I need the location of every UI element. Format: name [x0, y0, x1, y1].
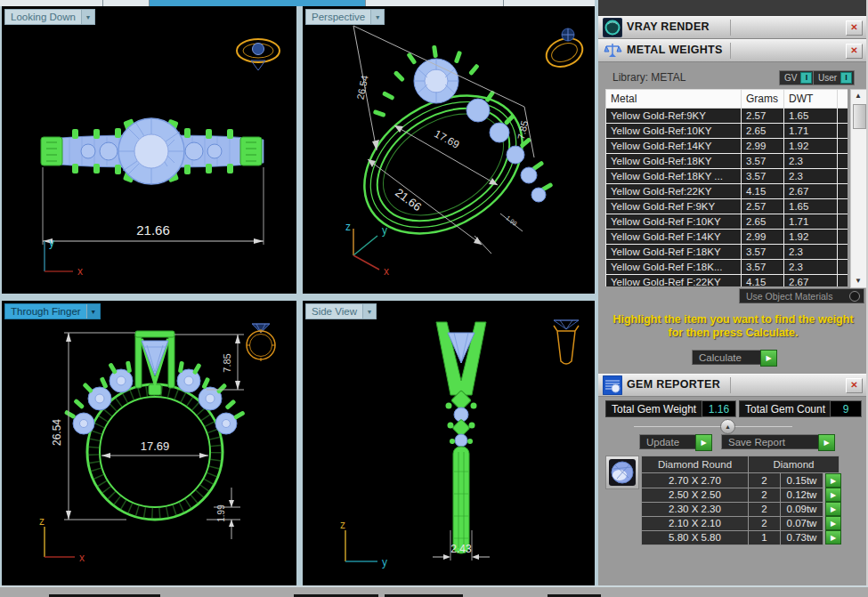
- table-cell: 2: [749, 473, 781, 488]
- dim-width: 2.43: [450, 543, 472, 555]
- row-action-cell: ▶: [823, 473, 840, 488]
- table-row[interactable]: Yellow Gold-Ref F:22KY4.152.67: [606, 275, 848, 287]
- table-row[interactable]: Yellow Gold-Ref F:14KY2.991.92: [606, 230, 848, 245]
- table-cell: 2.50 X 2.50: [642, 488, 749, 502]
- table-cell: Yellow Gold-Ref F:22KY: [606, 275, 742, 287]
- table-cell: 2.70 X 2.70: [642, 473, 749, 488]
- update-run-icon[interactable]: ▶: [695, 434, 712, 451]
- axis-y-label: y: [382, 224, 387, 237]
- table-row[interactable]: Yellow Gold-Ref:22KY4.152.67: [606, 184, 848, 199]
- table-row[interactable]: Yellow Gold-Ref:10KY2.651.71: [606, 124, 848, 139]
- table-cell-spacer: [838, 260, 848, 275]
- metal-table-container[interactable]: Metal Grams DWT Yellow Gold-Ref:9KY2.571…: [605, 89, 848, 286]
- gem-slider-handle[interactable]: ▲: [720, 419, 735, 434]
- table-row[interactable]: 5.80 X 5.8010.73tw▶: [642, 530, 840, 545]
- table-cell: Yellow Gold-Ref:22KY: [606, 184, 742, 199]
- viewport-perspective[interactable]: Perspective ▼: [303, 6, 595, 294]
- table-row[interactable]: Yellow Gold-Ref F:18KY3.572.3: [606, 245, 848, 260]
- total-gem-count-value: 9: [830, 400, 862, 417]
- table-cell: 0.15tw: [781, 473, 823, 488]
- viewport-label-looking-down[interactable]: Looking Down ▼: [4, 9, 95, 25]
- row-run-icon[interactable]: ▶: [825, 530, 841, 545]
- table-row[interactable]: Yellow Gold-Ref F:10KY2.651.71: [606, 214, 848, 230]
- user-button[interactable]: User I: [813, 70, 855, 85]
- row-action-cell: ▶: [823, 488, 840, 502]
- table-cell: 2.99: [742, 230, 784, 245]
- table-row[interactable]: 2.10 X 2.1020.07tw▶: [642, 516, 840, 530]
- save-report-button[interactable]: Save Report: [721, 434, 825, 449]
- table-cell: 2.10 X 2.10: [642, 516, 749, 530]
- calculate-button[interactable]: Calculate: [692, 350, 767, 365]
- table-row[interactable]: 2.70 X 2.7020.15tw▶: [642, 473, 840, 488]
- radio-icon[interactable]: [849, 291, 860, 302]
- metal-weights-header[interactable]: METAL WEIGHTS ✕: [598, 39, 868, 62]
- hint-line-2: for then press Calculate.: [598, 327, 868, 340]
- close-icon[interactable]: ✕: [846, 378, 863, 393]
- table-cell: 3.57: [742, 169, 784, 184]
- chevron-down-icon[interactable]: ▼: [86, 304, 100, 319]
- viewport-label-through-finger[interactable]: Through Finger ▼: [4, 303, 101, 319]
- metal-table-scrollbar[interactable]: ▲ ▼: [850, 89, 868, 288]
- dim-width: 21.66: [136, 222, 170, 238]
- chevron-down-icon[interactable]: ▼: [370, 10, 384, 24]
- use-object-materials-button[interactable]: Use Object Materials: [739, 288, 864, 303]
- bottom-strip: [0, 585, 868, 597]
- table-row[interactable]: 2.50 X 2.5020.12tw▶: [642, 488, 840, 502]
- viewport-through-finger[interactable]: Through Finger ▼: [2, 301, 296, 583]
- table-cell: 5.80 X 5.80: [642, 530, 749, 545]
- row-run-icon[interactable]: ▶: [825, 502, 841, 516]
- table-row[interactable]: Yellow Gold-Ref:14KY2.991.92: [606, 139, 848, 154]
- table-row[interactable]: Yellow Gold-Ref F:9KY2.571.65: [606, 199, 848, 214]
- calculate-run-icon[interactable]: ▶: [760, 350, 777, 367]
- axis-z-label: z: [345, 221, 351, 233]
- close-icon[interactable]: ✕: [846, 20, 863, 36]
- row-action-cell: ▶: [823, 502, 840, 516]
- active-tab-sliver[interactable]: [149, 0, 365, 6]
- scale-icon: [603, 41, 622, 61]
- divider[interactable]: [0, 294, 598, 301]
- save-report-label: Save Report: [728, 437, 785, 448]
- col-dwt[interactable]: DWT: [784, 90, 838, 109]
- vray-render-header[interactable]: VRAY RENDER ✕: [598, 16, 868, 39]
- scroll-down-icon[interactable]: ▼: [851, 275, 865, 287]
- gem-reporter-header[interactable]: GEM REPORTER ✕: [598, 374, 868, 397]
- perspective-drawing: 26.54 7.85 17.69 21.66 1.99 z y x: [303, 6, 595, 294]
- table-row[interactable]: Yellow Gold-Ref:18KY ...3.572.3: [606, 169, 848, 184]
- close-icon[interactable]: ✕: [846, 44, 863, 59]
- viewport-looking-down[interactable]: Looking Down ▼: [2, 6, 296, 294]
- chevron-down-icon[interactable]: ▼: [81, 10, 94, 24]
- row-run-icon[interactable]: ▶: [825, 488, 841, 502]
- chevron-down-icon[interactable]: ▼: [362, 304, 376, 319]
- save-report-run-icon[interactable]: ▶: [818, 434, 835, 451]
- top-tab-strip[interactable]: [0, 0, 598, 6]
- col-metal[interactable]: Metal: [606, 90, 742, 109]
- viewport-title: Perspective: [312, 12, 365, 22]
- vray-icon: [603, 18, 622, 37]
- table-row[interactable]: Yellow Gold-Ref:9KY2.571.65: [606, 109, 848, 124]
- table-cell: 3.57: [742, 260, 784, 275]
- scrollbar-thumb[interactable]: [853, 104, 866, 129]
- table-cell: 2.57: [742, 109, 784, 124]
- gem-table-container[interactable]: Diamond Round Diamond 2.70 X 2.7020.15tw…: [641, 456, 840, 545]
- table-row[interactable]: 2.30 X 2.3020.09tw▶: [642, 502, 840, 516]
- update-button[interactable]: Update: [639, 434, 702, 449]
- gv-button[interactable]: GV I: [779, 70, 815, 85]
- gem-slider-track[interactable]: [634, 426, 792, 427]
- gem-thumbnail-box[interactable]: [605, 456, 639, 489]
- scroll-up-icon[interactable]: ▲: [851, 90, 865, 102]
- viewport-label-perspective[interactable]: Perspective ▼: [305, 9, 385, 25]
- col-grams[interactable]: Grams: [742, 90, 784, 109]
- table-row[interactable]: Yellow Gold-Ref F:18K...3.572.3: [606, 260, 848, 275]
- table-cell: 2.67: [784, 275, 838, 287]
- table-cell: Yellow Gold-Ref F:9KY: [606, 199, 742, 214]
- col-diamond-round: Diamond Round: [642, 456, 749, 473]
- viewport-label-side-view[interactable]: Side View ▼: [305, 303, 377, 319]
- viewport-side-view[interactable]: Side View ▼ 2.43: [303, 301, 595, 583]
- hint-line-1: Highlight the item you want to find the …: [598, 313, 868, 327]
- table-cell: 2.30 X 2.30: [642, 502, 749, 516]
- row-run-icon[interactable]: ▶: [825, 516, 841, 530]
- user-indicator: I: [840, 72, 852, 84]
- table-row[interactable]: Yellow Gold-Ref:18KY3.572.3: [606, 154, 848, 169]
- row-run-icon[interactable]: ▶: [825, 473, 841, 488]
- table-cell-spacer: [838, 245, 848, 260]
